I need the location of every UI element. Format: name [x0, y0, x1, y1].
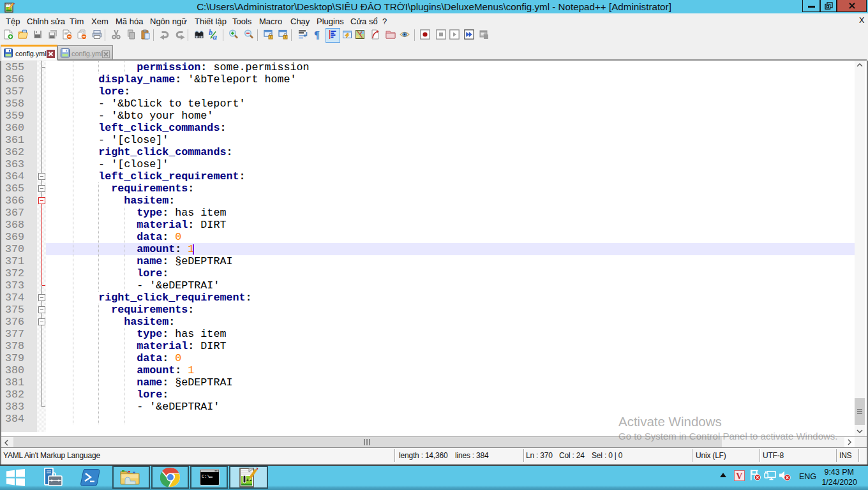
- svg-text:C:\: C:\: [202, 474, 210, 479]
- svg-text:¶: ¶: [314, 29, 320, 40]
- svg-text:V: V: [736, 471, 742, 481]
